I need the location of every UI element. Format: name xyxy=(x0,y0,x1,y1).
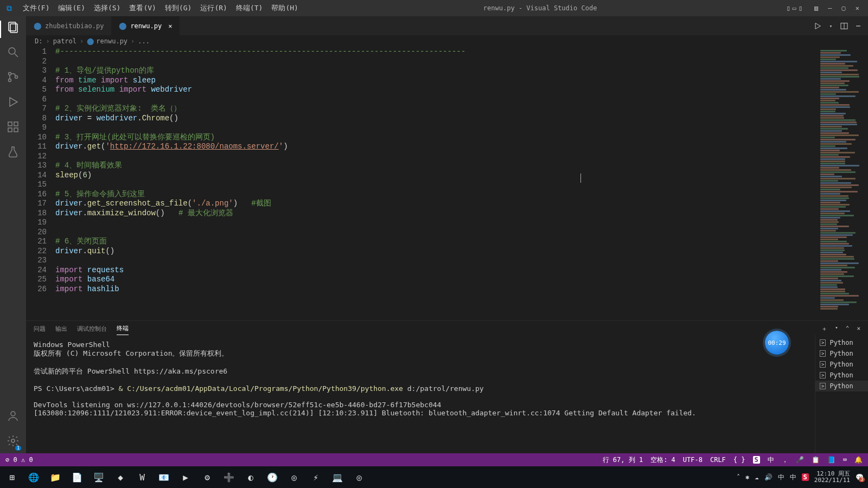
taskbar-app-icon[interactable]: W xyxy=(135,470,150,485)
python-file-icon: ⬤ xyxy=(34,22,42,30)
taskbar-app-icon[interactable]: ➕ xyxy=(221,470,237,485)
terminal-session[interactable]: >Python xyxy=(815,370,868,381)
ime-item[interactable]: 📋 xyxy=(812,456,820,464)
notification-center-icon[interactable]: 💬3 xyxy=(856,473,864,481)
ime-item[interactable]: ， xyxy=(782,455,788,465)
ime-sogou-icon[interactable]: S xyxy=(753,456,760,464)
bottom-panel: 问题 输出 调试控制台 终端 ＋ ▾ ⌃ ✕ Windows PowerShel… xyxy=(26,320,868,453)
settings-badge: 1 xyxy=(15,446,21,451)
status-encoding[interactable]: UTF-8 xyxy=(683,456,703,464)
panel-tab-debug[interactable]: 调试控制台 xyxy=(77,325,107,335)
taskbar-app-icon[interactable]: ◎ xyxy=(352,470,367,485)
title-bar: ⧉ 文件(F) 编辑(E) 选择(S) 查看(V) 转到(G) 运行(R) 终端… xyxy=(0,0,868,16)
python-file-icon: ⬤ xyxy=(119,22,127,30)
taskbar-app-icon[interactable]: 📄 xyxy=(69,470,85,485)
taskbar-app-icon[interactable]: ◎ xyxy=(286,470,302,485)
taskbar-app-icon[interactable]: ⊞ xyxy=(4,470,20,485)
close-tab-icon[interactable]: ✕ xyxy=(168,22,172,30)
svg-point-12 xyxy=(11,412,15,416)
terminal-new-icon[interactable]: ＋ xyxy=(821,325,827,335)
tray-ime-icon[interactable]: 中 xyxy=(778,473,784,482)
status-spaces[interactable]: 空格: 4 xyxy=(650,455,675,465)
panel-tab-output[interactable]: 输出 xyxy=(55,325,67,335)
explorer-icon[interactable] xyxy=(7,21,20,34)
layout-customize-icon[interactable]: ▥ xyxy=(814,4,818,12)
maximize-button[interactable]: ▢ xyxy=(842,4,846,12)
accounts-icon[interactable] xyxy=(7,409,20,422)
terminal-session[interactable]: >Python xyxy=(815,381,868,391)
taskbar-app-icon[interactable]: 📁 xyxy=(48,470,63,485)
terminal-dropdown-icon[interactable]: ▾ xyxy=(835,325,838,335)
menu-bar: 文件(F) 编辑(E) 选择(S) 查看(V) 转到(G) 运行(R) 终端(T… xyxy=(18,3,303,13)
panel-tab-terminal[interactable]: 终端 xyxy=(117,324,129,335)
terminal-output[interactable]: Windows PowerShell版权所有 (C) Microsoft Cor… xyxy=(26,335,815,453)
tray-volume-icon[interactable]: 🔊 xyxy=(764,473,773,481)
ime-item[interactable]: 🎤 xyxy=(796,456,804,464)
crumb-file[interactable]: renwu.py xyxy=(96,37,127,45)
terminal-session[interactable]: >Python xyxy=(815,337,868,348)
terminal-session[interactable]: >Python xyxy=(815,359,868,370)
taskbar-app-icon[interactable]: ⚙ xyxy=(200,470,215,485)
crumb-more[interactable]: ... xyxy=(138,37,150,45)
tray-ime-icon[interactable]: 中 xyxy=(790,473,796,482)
taskbar-app-icon[interactable]: ⚡ xyxy=(308,470,323,485)
menu-terminal[interactable]: 终端(T) xyxy=(232,3,267,13)
source-control-icon[interactable] xyxy=(7,70,20,84)
ime-item[interactable]: 中 xyxy=(768,455,774,465)
menu-run[interactable]: 运行(R) xyxy=(196,3,231,13)
extensions-icon[interactable] xyxy=(7,120,20,133)
taskbar-app-icon[interactable]: 💻 xyxy=(330,470,345,485)
terminal-session[interactable]: >Python xyxy=(815,348,868,359)
split-editor-icon[interactable] xyxy=(840,22,848,30)
status-bell-icon[interactable]: 🔔 xyxy=(854,456,863,464)
panel-tab-problems[interactable]: 问题 xyxy=(34,325,46,335)
ime-item[interactable]: 📘 xyxy=(827,456,835,464)
testing-icon[interactable] xyxy=(7,145,20,158)
taskbar-app-icon[interactable]: 🕐 xyxy=(265,470,280,485)
menu-help[interactable]: 帮助(H) xyxy=(267,3,302,13)
status-bar: ⊘ 0 ⚠ 0 行 67, 列 1 空格: 4 UTF-8 CRLF { } S… xyxy=(0,453,868,466)
tray-icon[interactable]: ✱ xyxy=(745,473,749,481)
taskbar-app-icon[interactable]: 📧 xyxy=(156,470,171,485)
terminal-sessions: >Python>Python>Python>Python>Python xyxy=(815,335,868,453)
crumb-d[interactable]: D: xyxy=(35,37,42,45)
menu-go[interactable]: 转到(G) xyxy=(161,3,196,13)
run-dropdown-icon[interactable]: ▾ xyxy=(829,23,832,29)
taskbar-app-icon[interactable]: 🌐 xyxy=(26,470,41,485)
svg-point-6 xyxy=(15,76,18,79)
menu-view[interactable]: 查看(V) xyxy=(125,3,160,13)
run-debug-icon[interactable] xyxy=(7,95,20,108)
menu-edit[interactable]: 编辑(E) xyxy=(54,3,89,13)
menu-select[interactable]: 选择(S) xyxy=(90,3,125,13)
layout-toggle-icons[interactable]: ▯▭▯ xyxy=(786,4,805,12)
taskbar-app-icon[interactable]: ◆ xyxy=(113,470,128,485)
taskbar-app-icon[interactable]: ◐ xyxy=(243,470,258,485)
taskbar-app-icon[interactable]: ▶ xyxy=(178,470,193,485)
status-eol[interactable]: CRLF xyxy=(710,456,726,464)
status-errors[interactable]: ⊘ 0 ⚠ 0 xyxy=(5,456,33,464)
tray-chevron-icon[interactable]: ˄ xyxy=(737,473,740,481)
taskbar-clock[interactable]: 12:10 周五 2022/11/11 xyxy=(814,471,850,484)
tab-zhubeitubiao[interactable]: ⬤ zhubeitubiao.py xyxy=(26,16,111,35)
crumb-patrol[interactable]: patrol xyxy=(53,37,76,45)
minimize-button[interactable]: — xyxy=(828,4,832,12)
floating-timer[interactable]: 00:29 xyxy=(765,331,789,355)
tray-sogou-icon[interactable]: S xyxy=(802,473,809,481)
breadcrumbs[interactable]: D:› patrol› ⬤ renwu.py› ... xyxy=(26,35,868,47)
close-button[interactable]: ✕ xyxy=(856,4,859,12)
svg-line-3 xyxy=(15,54,18,57)
ime-item[interactable]: ⌨ xyxy=(843,456,847,464)
status-language[interactable]: { } xyxy=(733,456,745,464)
tab-renwu[interactable]: ⬤ renwu.py ✕ xyxy=(111,16,180,35)
menu-file[interactable]: 文件(F) xyxy=(18,3,54,13)
run-file-icon[interactable] xyxy=(813,22,822,30)
panel-maximize-icon[interactable]: ⌃ xyxy=(846,325,850,335)
status-cursor-pos[interactable]: 行 67, 列 1 xyxy=(603,455,643,465)
svg-marker-14 xyxy=(815,23,820,29)
tab-label: zhubeitubiao.py xyxy=(45,22,104,30)
taskbar-app-icon[interactable]: 🖥️ xyxy=(91,470,106,485)
tray-icon[interactable]: ☁ xyxy=(755,473,758,481)
panel-close-icon[interactable]: ✕ xyxy=(857,325,860,335)
search-icon[interactable] xyxy=(7,46,20,59)
more-actions-icon[interactable]: ⋯ xyxy=(856,22,860,30)
